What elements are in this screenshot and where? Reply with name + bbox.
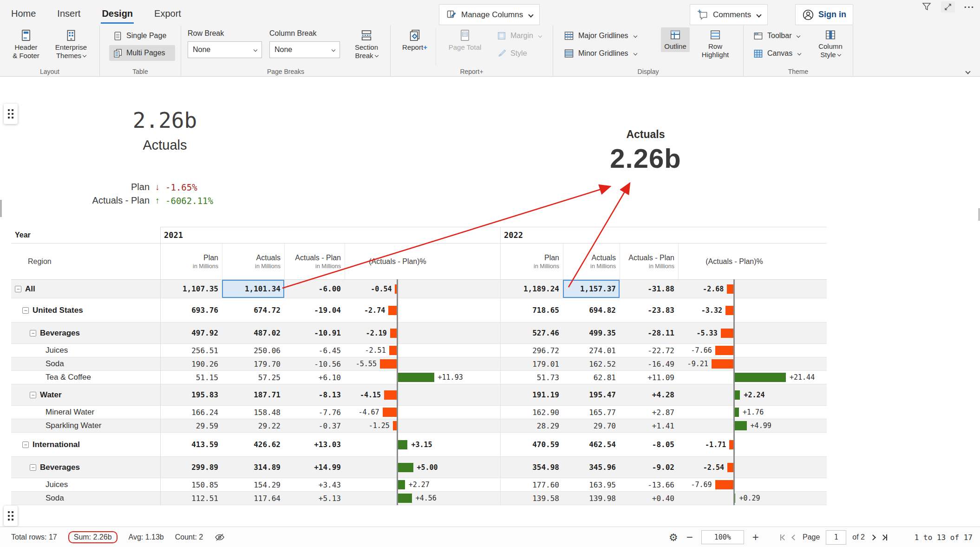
cell-diff[interactable]: -23.83 [620, 298, 678, 322]
cell-actuals[interactable]: 62.81 [563, 371, 620, 384]
multi-pages-button[interactable]: Multi Pages [109, 45, 175, 61]
collapse-row-icon[interactable]: − [15, 286, 21, 292]
header-footer-button[interactable]: Header & Footer [7, 27, 46, 61]
region-cell[interactable]: Juices [11, 344, 160, 357]
region-cell[interactable]: Soda [11, 492, 160, 505]
variance-bar-cell[interactable]: -9.21 [678, 357, 827, 370]
first-page-button[interactable] [780, 534, 786, 540]
cell-actuals[interactable]: 165.77 [563, 406, 620, 419]
cell-diff[interactable]: -16.49 [620, 357, 678, 370]
section-break-button[interactable]: Section Break [347, 27, 385, 61]
variance-bar-cell[interactable]: -1.71 [678, 433, 827, 456]
row-break-select[interactable]: None [188, 41, 262, 58]
region-cell[interactable]: −Water [11, 384, 160, 405]
cell-plan[interactable]: 718.65 [500, 298, 563, 322]
variance-bar-cell[interactable]: -4.67 [345, 406, 500, 419]
zoom-out-button[interactable]: − [685, 531, 695, 544]
cell-diff[interactable]: -31.88 [620, 280, 678, 298]
cell-plan[interactable]: 354.98 [500, 457, 563, 478]
cell-plan[interactable]: 195.83 [160, 384, 222, 405]
cell-diff[interactable]: +4.28 [620, 384, 678, 405]
collapse-row-icon[interactable]: − [30, 330, 36, 336]
variance-bar-cell[interactable]: -7.69 [678, 478, 827, 491]
cell-actuals[interactable]: 162.52 [563, 357, 620, 370]
cell-diff[interactable]: +13.03 [284, 433, 345, 456]
region-cell[interactable]: −International [11, 433, 160, 456]
collapse-row-icon[interactable]: − [22, 307, 29, 314]
cell-actuals[interactable]: 462.54 [563, 433, 620, 456]
cell-plan[interactable]: 1,107.35 [160, 280, 222, 298]
cell-actuals[interactable]: 57.25 [222, 371, 284, 384]
zoom-level-input[interactable]: 100% [701, 530, 744, 544]
collapse-ribbon-icon[interactable] [965, 69, 970, 74]
cell-diff[interactable]: +0.40 [620, 492, 678, 505]
cell-plan[interactable]: 296.72 [500, 344, 563, 357]
outline-button[interactable]: Outline [661, 27, 690, 52]
row-highlight-button[interactable]: Row Highlight [694, 27, 736, 60]
cell-plan[interactable]: 299.89 [160, 457, 222, 478]
cell-plan[interactable]: 51.15 [160, 371, 222, 384]
tab-export[interactable]: Export [153, 2, 182, 24]
tab-home[interactable]: Home [10, 2, 37, 24]
cell-plan[interactable]: 693.76 [160, 298, 222, 322]
cell-actuals[interactable]: 674.72 [222, 298, 284, 322]
variance-bar-cell[interactable]: +4.99 [678, 419, 827, 432]
more-options-icon[interactable]: ··· [962, 1, 976, 13]
variance-pct-header-2021[interactable]: (Actuals - Plan)% [345, 244, 500, 279]
zoom-in-button[interactable]: + [751, 531, 761, 544]
cell-actuals[interactable]: 487.02 [222, 323, 284, 343]
actuals-header-2021[interactable]: Actualsin Millions [222, 244, 284, 279]
cell-actuals[interactable]: 163.95 [563, 478, 620, 491]
last-page-button[interactable] [881, 534, 887, 540]
cell-plan[interactable]: 527.46 [500, 323, 563, 343]
cell-actuals[interactable]: 158.48 [222, 406, 284, 419]
cell-diff[interactable]: +11.09 [620, 371, 678, 384]
comments-button[interactable]: Comments [690, 4, 768, 25]
table-row[interactable]: Sparkling Water29.5929.22-0.37-1.2528.29… [11, 419, 827, 433]
region-cell[interactable]: Mineral Water [11, 406, 160, 419]
cell-diff[interactable]: +14.99 [284, 457, 345, 478]
kpi-card-right[interactable]: Actuals 2.26b [578, 128, 713, 174]
cell-actuals[interactable]: 499.35 [563, 323, 620, 343]
style-button[interactable]: Style [493, 46, 549, 61]
previous-page-button[interactable] [792, 535, 797, 540]
column-style-button[interactable]: Column Style [813, 27, 848, 60]
variance-bar-cell[interactable]: -2.51 [345, 344, 500, 357]
settings-gear-icon[interactable]: ⚙ [669, 532, 678, 543]
next-page-button[interactable] [871, 535, 875, 540]
cell-diff[interactable]: -13.66 [620, 478, 678, 491]
region-cell[interactable]: −Beverages [11, 323, 160, 343]
cell-diff[interactable]: -8.13 [284, 384, 345, 405]
manage-columns-button[interactable]: Manage Columns [439, 4, 540, 25]
major-gridlines-button[interactable]: Major Gridlines [560, 28, 657, 44]
cell-plan[interactable]: 470.59 [500, 433, 563, 456]
filter-icon[interactable] [920, 1, 934, 13]
cell-plan[interactable]: 51.73 [500, 371, 563, 384]
variance-bar-cell[interactable]: +21.44 [678, 371, 827, 384]
table-row[interactable]: −All1,107.351,101.34-6.00-0.541,189.241,… [11, 280, 827, 298]
drag-handle[interactable] [4, 104, 18, 124]
cell-diff[interactable]: -10.56 [284, 357, 345, 370]
variance-bar-cell[interactable]: +2.27 [345, 478, 500, 491]
variance-pct-header-2022[interactable]: (Actuals - Plan)% [678, 244, 827, 279]
cell-plan[interactable]: 190.26 [160, 357, 222, 370]
tab-insert[interactable]: Insert [56, 2, 81, 24]
cell-plan[interactable]: 112.51 [160, 492, 222, 505]
region-cell[interactable]: Tea & Coffee [11, 371, 160, 384]
region-header[interactable]: Region [11, 244, 160, 279]
table-row[interactable]: −International413.59426.62+13.03+3.15470… [11, 433, 827, 457]
collapse-row-icon[interactable]: − [30, 464, 36, 471]
margin-button[interactable]: Margin [493, 28, 549, 44]
cell-actuals[interactable]: 195.47 [563, 384, 620, 405]
table-row[interactable]: −Beverages497.92487.02-10.91-2.19527.464… [11, 323, 827, 344]
cell-diff[interactable]: +2.87 [620, 406, 678, 419]
cell-actuals[interactable]: 345.96 [563, 457, 620, 478]
cell-actuals[interactable]: 179.70 [222, 357, 284, 370]
variance-bar-cell[interactable]: -4.15 [345, 384, 500, 405]
cell-diff[interactable]: +5.13 [284, 492, 345, 505]
plan-header-2022[interactable]: Planin Millions [500, 244, 563, 279]
enterprise-themes-button[interactable]: Enterprise Themes [48, 27, 94, 61]
cell-diff[interactable]: -6.00 [284, 280, 345, 298]
toolbar-button[interactable]: Toolbar [749, 28, 808, 44]
variance-bar-cell[interactable]: -5.55 [345, 357, 500, 370]
